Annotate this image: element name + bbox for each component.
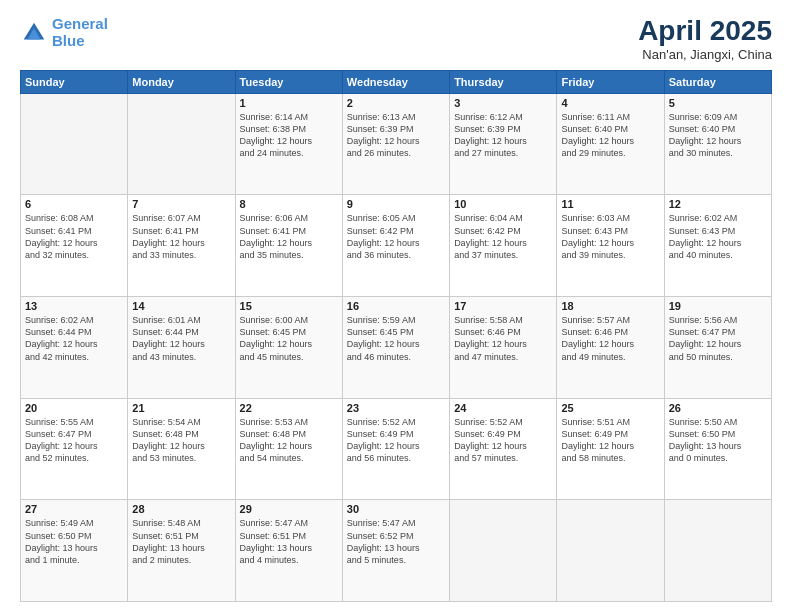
day-detail: Sunrise: 6:07 AM Sunset: 6:41 PM Dayligh…	[132, 212, 230, 261]
table-row: 15Sunrise: 6:00 AM Sunset: 6:45 PM Dayli…	[235, 297, 342, 399]
day-detail: Sunrise: 6:11 AM Sunset: 6:40 PM Dayligh…	[561, 111, 659, 160]
day-number: 27	[25, 503, 123, 515]
day-detail: Sunrise: 5:53 AM Sunset: 6:48 PM Dayligh…	[240, 416, 338, 465]
day-number: 15	[240, 300, 338, 312]
table-row: 11Sunrise: 6:03 AM Sunset: 6:43 PM Dayli…	[557, 195, 664, 297]
table-row: 8Sunrise: 6:06 AM Sunset: 6:41 PM Daylig…	[235, 195, 342, 297]
header: General Blue April 2025 Nan'an, Jiangxi,…	[20, 16, 772, 62]
day-number: 28	[132, 503, 230, 515]
day-number: 13	[25, 300, 123, 312]
subtitle: Nan'an, Jiangxi, China	[638, 47, 772, 62]
day-detail: Sunrise: 6:12 AM Sunset: 6:39 PM Dayligh…	[454, 111, 552, 160]
day-detail: Sunrise: 5:58 AM Sunset: 6:46 PM Dayligh…	[454, 314, 552, 363]
day-detail: Sunrise: 5:49 AM Sunset: 6:50 PM Dayligh…	[25, 517, 123, 566]
page: General Blue April 2025 Nan'an, Jiangxi,…	[0, 0, 792, 612]
logo-line2: Blue	[52, 32, 85, 49]
day-number: 25	[561, 402, 659, 414]
table-row: 20Sunrise: 5:55 AM Sunset: 6:47 PM Dayli…	[21, 398, 128, 500]
day-detail: Sunrise: 5:47 AM Sunset: 6:52 PM Dayligh…	[347, 517, 445, 566]
day-detail: Sunrise: 5:54 AM Sunset: 6:48 PM Dayligh…	[132, 416, 230, 465]
day-detail: Sunrise: 6:01 AM Sunset: 6:44 PM Dayligh…	[132, 314, 230, 363]
day-number: 5	[669, 97, 767, 109]
table-row: 10Sunrise: 6:04 AM Sunset: 6:42 PM Dayli…	[450, 195, 557, 297]
day-number: 16	[347, 300, 445, 312]
day-detail: Sunrise: 6:08 AM Sunset: 6:41 PM Dayligh…	[25, 212, 123, 261]
day-number: 19	[669, 300, 767, 312]
day-detail: Sunrise: 5:55 AM Sunset: 6:47 PM Dayligh…	[25, 416, 123, 465]
calendar-week-row: 1Sunrise: 6:14 AM Sunset: 6:38 PM Daylig…	[21, 93, 772, 195]
table-row: 6Sunrise: 6:08 AM Sunset: 6:41 PM Daylig…	[21, 195, 128, 297]
table-row	[557, 500, 664, 602]
table-row: 22Sunrise: 5:53 AM Sunset: 6:48 PM Dayli…	[235, 398, 342, 500]
table-row: 16Sunrise: 5:59 AM Sunset: 6:45 PM Dayli…	[342, 297, 449, 399]
table-row: 21Sunrise: 5:54 AM Sunset: 6:48 PM Dayli…	[128, 398, 235, 500]
table-row: 13Sunrise: 6:02 AM Sunset: 6:44 PM Dayli…	[21, 297, 128, 399]
day-number: 14	[132, 300, 230, 312]
day-detail: Sunrise: 5:51 AM Sunset: 6:49 PM Dayligh…	[561, 416, 659, 465]
logo-line1: General	[52, 15, 108, 32]
calendar-week-row: 6Sunrise: 6:08 AM Sunset: 6:41 PM Daylig…	[21, 195, 772, 297]
calendar-table: Sunday Monday Tuesday Wednesday Thursday…	[20, 70, 772, 602]
day-detail: Sunrise: 6:04 AM Sunset: 6:42 PM Dayligh…	[454, 212, 552, 261]
day-number: 20	[25, 402, 123, 414]
table-row	[450, 500, 557, 602]
day-detail: Sunrise: 5:47 AM Sunset: 6:51 PM Dayligh…	[240, 517, 338, 566]
day-number: 30	[347, 503, 445, 515]
table-row: 1Sunrise: 6:14 AM Sunset: 6:38 PM Daylig…	[235, 93, 342, 195]
day-detail: Sunrise: 5:52 AM Sunset: 6:49 PM Dayligh…	[454, 416, 552, 465]
day-detail: Sunrise: 6:06 AM Sunset: 6:41 PM Dayligh…	[240, 212, 338, 261]
day-number: 12	[669, 198, 767, 210]
day-number: 6	[25, 198, 123, 210]
day-detail: Sunrise: 6:13 AM Sunset: 6:39 PM Dayligh…	[347, 111, 445, 160]
day-number: 24	[454, 402, 552, 414]
logo: General Blue	[20, 16, 108, 49]
day-number: 11	[561, 198, 659, 210]
table-row: 9Sunrise: 6:05 AM Sunset: 6:42 PM Daylig…	[342, 195, 449, 297]
day-number: 4	[561, 97, 659, 109]
table-row: 4Sunrise: 6:11 AM Sunset: 6:40 PM Daylig…	[557, 93, 664, 195]
table-row: 18Sunrise: 5:57 AM Sunset: 6:46 PM Dayli…	[557, 297, 664, 399]
title-block: April 2025 Nan'an, Jiangxi, China	[638, 16, 772, 62]
day-detail: Sunrise: 5:59 AM Sunset: 6:45 PM Dayligh…	[347, 314, 445, 363]
col-monday: Monday	[128, 70, 235, 93]
day-detail: Sunrise: 5:56 AM Sunset: 6:47 PM Dayligh…	[669, 314, 767, 363]
day-detail: Sunrise: 6:14 AM Sunset: 6:38 PM Dayligh…	[240, 111, 338, 160]
day-detail: Sunrise: 6:03 AM Sunset: 6:43 PM Dayligh…	[561, 212, 659, 261]
table-row: 17Sunrise: 5:58 AM Sunset: 6:46 PM Dayli…	[450, 297, 557, 399]
col-thursday: Thursday	[450, 70, 557, 93]
day-number: 26	[669, 402, 767, 414]
table-row: 27Sunrise: 5:49 AM Sunset: 6:50 PM Dayli…	[21, 500, 128, 602]
day-number: 1	[240, 97, 338, 109]
day-number: 22	[240, 402, 338, 414]
day-number: 3	[454, 97, 552, 109]
col-tuesday: Tuesday	[235, 70, 342, 93]
table-row: 5Sunrise: 6:09 AM Sunset: 6:40 PM Daylig…	[664, 93, 771, 195]
day-number: 7	[132, 198, 230, 210]
day-number: 29	[240, 503, 338, 515]
day-detail: Sunrise: 6:02 AM Sunset: 6:44 PM Dayligh…	[25, 314, 123, 363]
day-number: 8	[240, 198, 338, 210]
col-friday: Friday	[557, 70, 664, 93]
calendar-header-row: Sunday Monday Tuesday Wednesday Thursday…	[21, 70, 772, 93]
table-row: 30Sunrise: 5:47 AM Sunset: 6:52 PM Dayli…	[342, 500, 449, 602]
table-row: 26Sunrise: 5:50 AM Sunset: 6:50 PM Dayli…	[664, 398, 771, 500]
day-detail: Sunrise: 6:02 AM Sunset: 6:43 PM Dayligh…	[669, 212, 767, 261]
calendar-week-row: 27Sunrise: 5:49 AM Sunset: 6:50 PM Dayli…	[21, 500, 772, 602]
table-row	[664, 500, 771, 602]
table-row: 14Sunrise: 6:01 AM Sunset: 6:44 PM Dayli…	[128, 297, 235, 399]
calendar-week-row: 13Sunrise: 6:02 AM Sunset: 6:44 PM Dayli…	[21, 297, 772, 399]
table-row	[21, 93, 128, 195]
col-wednesday: Wednesday	[342, 70, 449, 93]
day-number: 21	[132, 402, 230, 414]
logo-text: General Blue	[52, 16, 108, 49]
day-detail: Sunrise: 6:00 AM Sunset: 6:45 PM Dayligh…	[240, 314, 338, 363]
day-detail: Sunrise: 5:50 AM Sunset: 6:50 PM Dayligh…	[669, 416, 767, 465]
table-row: 28Sunrise: 5:48 AM Sunset: 6:51 PM Dayli…	[128, 500, 235, 602]
table-row: 23Sunrise: 5:52 AM Sunset: 6:49 PM Dayli…	[342, 398, 449, 500]
day-number: 2	[347, 97, 445, 109]
day-number: 18	[561, 300, 659, 312]
day-detail: Sunrise: 5:57 AM Sunset: 6:46 PM Dayligh…	[561, 314, 659, 363]
day-number: 23	[347, 402, 445, 414]
day-detail: Sunrise: 6:09 AM Sunset: 6:40 PM Dayligh…	[669, 111, 767, 160]
day-detail: Sunrise: 6:05 AM Sunset: 6:42 PM Dayligh…	[347, 212, 445, 261]
